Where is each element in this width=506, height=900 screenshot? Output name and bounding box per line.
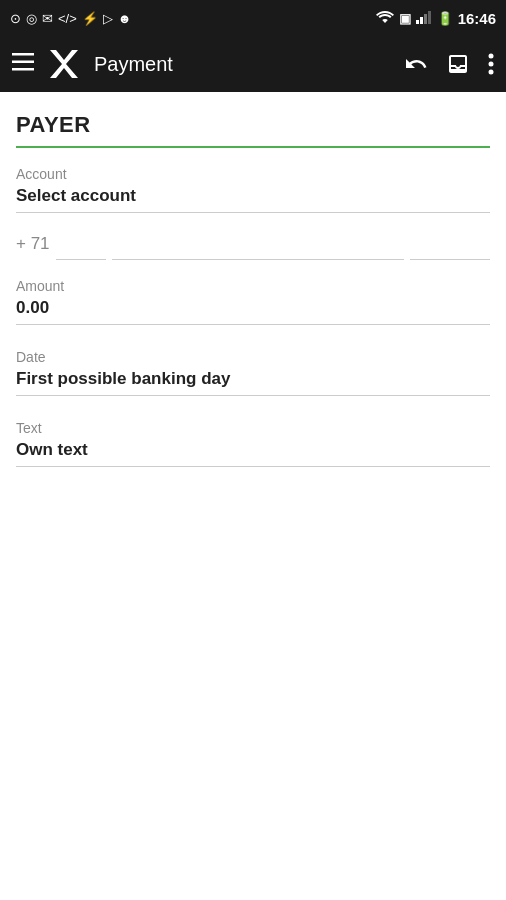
more-vert-icon[interactable] [488,52,494,76]
svg-point-10 [489,70,494,75]
svg-rect-2 [424,14,427,24]
section-title: PAYER [16,112,490,138]
date-row[interactable]: Date First possible banking day [0,331,506,402]
wifi-icon [376,10,394,27]
status-icons-right: ▣ 🔋 16:46 [376,10,496,27]
svg-rect-4 [12,53,34,56]
battery-icon: 🔋 [437,11,453,26]
inbox-icon[interactable] [446,52,470,76]
svg-rect-3 [428,11,431,24]
mail-icon: ✉ [42,11,53,26]
amount-row[interactable]: Amount 0.00 [0,260,506,331]
location-icon: ⊙ [10,11,21,26]
phone-field-2[interactable] [112,233,404,260]
page-title: Payment [94,53,392,76]
svg-point-8 [489,54,494,59]
date-label: Date [16,349,490,365]
svg-point-9 [489,62,494,67]
amount-label: Amount [16,278,490,294]
text-value[interactable]: Own text [16,440,490,467]
date-value[interactable]: First possible banking day [16,369,490,396]
section-header: PAYER [0,92,506,146]
account-row[interactable]: Account Select account [0,148,506,219]
svg-rect-5 [12,60,34,63]
svg-rect-6 [12,68,34,71]
status-bar: ⊙ ◎ ✉ </> ⚡ ▷ ☻ ▣ 🔋 16:46 [0,0,506,36]
usb-icon: ⚡ [82,11,98,26]
menu-icon[interactable] [12,53,34,76]
main-content: PAYER Account Select account + 71 Amount… [0,92,506,900]
text-label: Text [16,420,490,436]
text-row[interactable]: Text Own text [0,402,506,473]
account-value[interactable]: Select account [16,186,490,213]
android-icon: ☻ [118,11,132,26]
phone-field-1[interactable] [56,233,106,260]
phone-field-3[interactable] [410,233,490,260]
clock: 16:46 [458,10,496,27]
phone-prefix: + 71 [16,234,50,260]
play-icon: ▷ [103,11,113,26]
undo-icon[interactable] [404,52,428,76]
sim-icon: ▣ [399,11,411,26]
amount-value[interactable]: 0.00 [16,298,490,325]
signal-icon [416,10,432,27]
app-bar-actions [404,52,494,76]
svg-marker-7 [50,50,78,78]
status-icons-left: ⊙ ◎ ✉ </> ⚡ ▷ ☻ [10,11,131,26]
app-bar: Payment [0,36,506,92]
code-icon: </> [58,11,77,26]
brand-logo-icon [46,46,82,82]
account-label: Account [16,166,490,182]
location2-icon: ◎ [26,11,37,26]
svg-rect-0 [416,20,419,24]
phone-row[interactable]: + 71 [0,219,506,260]
svg-rect-1 [420,17,423,24]
